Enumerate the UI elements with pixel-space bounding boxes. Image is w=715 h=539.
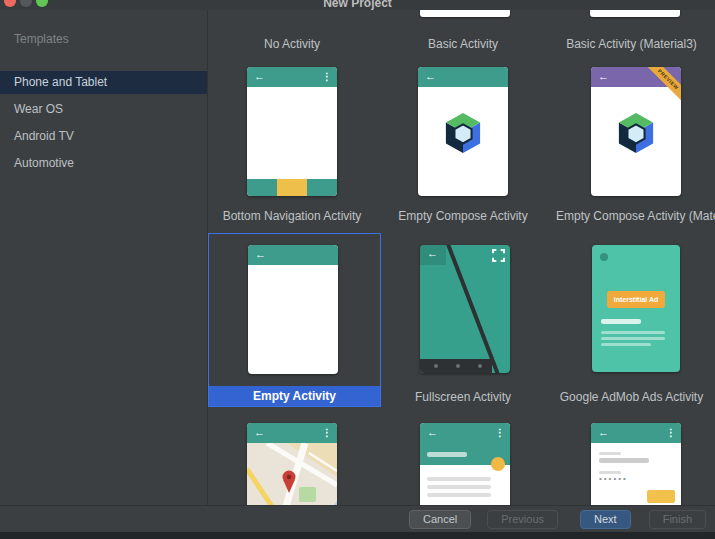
- basic-activity-material3-thumbnail[interactable]: [590, 10, 680, 17]
- diagonal-divider: [444, 245, 501, 373]
- thumbnail-appbar: ← ⋮: [247, 67, 337, 87]
- overflow-menu-icon: ⋮: [322, 70, 332, 83]
- window-bottom-edge: [0, 532, 715, 539]
- selected-template-label[interactable]: Empty Activity: [209, 386, 380, 406]
- map-preview: [247, 443, 337, 505]
- back-arrow-icon: ←: [427, 426, 438, 439]
- password-dots: ••••••: [599, 474, 628, 483]
- window-titlebar: New Project: [0, 0, 715, 10]
- template-label-bottom-navigation[interactable]: Bottom Navigation Activity: [208, 209, 376, 224]
- template-grid: No Activity Basic Activity Basic Activit…: [208, 10, 715, 505]
- template-label-basic-activity-material3[interactable]: Basic Activity (Material3): [548, 37, 715, 52]
- overflow-menu-icon: ⋮: [495, 426, 505, 439]
- back-arrow-icon: ←: [425, 70, 436, 83]
- finish-button[interactable]: Finish: [649, 510, 706, 529]
- back-arrow-icon: ←: [254, 426, 265, 439]
- template-label-basic-activity[interactable]: Basic Activity: [378, 37, 548, 52]
- next-button[interactable]: Next: [580, 510, 631, 529]
- overflow-menu-icon: ⋮: [666, 426, 676, 439]
- status-dot: [600, 253, 608, 261]
- thumbnail-appbar: ←: [418, 67, 508, 87]
- sidebar-item-phone-and-tablet[interactable]: Phone and Tablet: [0, 71, 207, 94]
- login-activity-thumbnail[interactable]: ← ⋮ ••••••: [591, 423, 681, 505]
- bottom-navigation-activity-thumbnail[interactable]: ← ⋮: [247, 67, 337, 196]
- template-label-empty-compose-material3[interactable]: Empty Compose Activity (Materi...: [556, 209, 715, 224]
- back-arrow-icon: ←: [598, 426, 609, 439]
- cancel-button[interactable]: Cancel: [409, 510, 471, 529]
- thumbnail-appbar: ←: [248, 245, 338, 265]
- back-arrow-icon: ←: [598, 70, 609, 83]
- template-label-empty-compose[interactable]: Empty Compose Activity: [378, 209, 548, 224]
- back-arrow-icon: ←: [254, 70, 265, 83]
- jetpack-compose-logo-icon: [617, 111, 655, 155]
- empty-compose-activity-thumbnail[interactable]: ←: [418, 67, 508, 196]
- thumbnail-appbar: ← ⋮: [420, 423, 510, 443]
- sidebar-item-wear-os[interactable]: Wear OS: [0, 98, 207, 121]
- empty-compose-activity-material3-thumbnail[interactable]: ← PREVIEW: [591, 67, 681, 196]
- empty-activity-selected-cell[interactable]: ← Empty Activity: [208, 233, 381, 407]
- jetpack-compose-logo-icon: [444, 111, 482, 155]
- templates-sidebar: Templates Phone and Tablet Wear OS Andro…: [0, 10, 207, 505]
- templates-header: Templates: [14, 32, 69, 46]
- login-submit-button: [647, 490, 675, 503]
- fullscreen-icon: [492, 249, 505, 262]
- fullscreen-activity-thumbnail[interactable]: ←: [420, 245, 510, 373]
- thumbnail-appbar: ← ⋮: [247, 423, 337, 443]
- fab-icon: [491, 457, 505, 471]
- bottom-nav-bar: [247, 179, 337, 196]
- overflow-menu-icon: ⋮: [322, 426, 332, 439]
- thumbnail-appbar: ← ⋮: [591, 423, 681, 443]
- dialog-footer: Cancel Previous Next Finish: [0, 505, 715, 532]
- preview-ribbon: PREVIEW: [645, 67, 681, 103]
- scrolling-activity-thumbnail[interactable]: ← ⋮: [420, 423, 510, 505]
- previous-button[interactable]: Previous: [487, 510, 558, 529]
- empty-activity-thumbnail[interactable]: ←: [248, 245, 338, 374]
- interstitial-ad-button: Interstitial Ad: [607, 291, 665, 308]
- new-project-dialog: New Project Templates Phone and Tablet W…: [0, 0, 715, 539]
- sidebar-item-automotive[interactable]: Automotive: [0, 152, 207, 175]
- back-arrow-icon: ←: [427, 247, 438, 260]
- template-label-no-activity[interactable]: No Activity: [208, 37, 376, 52]
- sidebar-item-android-tv[interactable]: Android TV: [0, 125, 207, 148]
- template-label-fullscreen[interactable]: Fullscreen Activity: [378, 390, 548, 405]
- window-title: New Project: [0, 0, 715, 10]
- back-arrow-icon: ←: [255, 248, 266, 261]
- template-label-admob[interactable]: Google AdMob Ads Activity: [548, 390, 715, 405]
- maps-activity-thumbnail[interactable]: ← ⋮: [247, 423, 337, 505]
- basic-activity-thumbnail[interactable]: [420, 10, 510, 17]
- admob-ads-activity-thumbnail[interactable]: Interstitial Ad: [592, 245, 680, 372]
